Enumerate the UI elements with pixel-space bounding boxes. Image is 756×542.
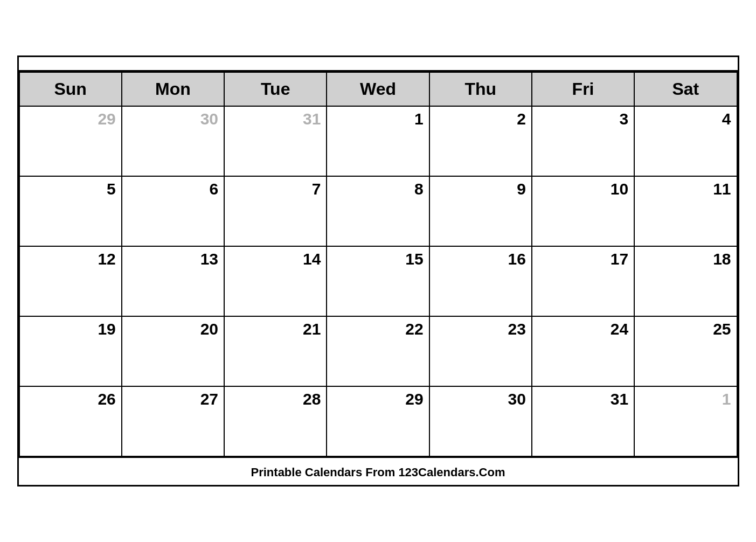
day-number: 1 — [640, 390, 731, 408]
day-number: 15 — [332, 250, 423, 268]
calendar-table: SunMonTueWedThuFriSat 293031123456789101… — [19, 72, 738, 457]
day-number: 16 — [435, 250, 526, 268]
calendar-cell: 28 — [224, 386, 327, 456]
day-header-thu: Thu — [429, 72, 532, 106]
day-number: 31 — [230, 110, 321, 128]
calendar-cell: 2 — [429, 106, 532, 176]
day-header-fri: Fri — [532, 72, 634, 106]
calendar-cell: 15 — [327, 246, 429, 316]
day-number: 31 — [538, 390, 628, 408]
day-number: 17 — [538, 250, 628, 268]
day-number: 6 — [128, 180, 218, 198]
day-number: 10 — [538, 180, 628, 198]
calendar-cell: 3 — [532, 106, 634, 176]
calendar-cell: 29 — [327, 386, 429, 456]
day-header-tue: Tue — [224, 72, 327, 106]
day-number: 18 — [640, 250, 731, 268]
day-number: 11 — [640, 180, 731, 198]
calendar-cell: 6 — [122, 176, 224, 246]
calendar-cell: 4 — [634, 106, 737, 176]
calendar-cell: 5 — [19, 176, 122, 246]
day-header-row: SunMonTueWedThuFriSat — [19, 72, 737, 106]
calendar-cell: 20 — [122, 316, 224, 386]
day-number: 21 — [230, 320, 321, 338]
day-number: 30 — [435, 390, 526, 408]
day-number: 14 — [230, 250, 321, 268]
day-number: 8 — [332, 180, 423, 198]
calendar-cell: 13 — [122, 246, 224, 316]
day-number: 25 — [640, 320, 731, 338]
day-number: 30 — [128, 110, 218, 128]
day-number: 4 — [640, 110, 731, 128]
day-number: 29 — [332, 390, 423, 408]
calendar-cell: 1 — [327, 106, 429, 176]
day-number: 26 — [25, 390, 116, 408]
calendar-cell: 24 — [532, 316, 634, 386]
week-row-5: 2627282930311 — [19, 386, 737, 456]
calendar-cell: 23 — [429, 316, 532, 386]
calendar-cell: 7 — [224, 176, 327, 246]
footer-brand: 123Calendars.Com — [398, 465, 505, 479]
day-number: 29 — [25, 110, 116, 128]
calendar-cell: 30 — [122, 106, 224, 176]
calendar-cell: 30 — [429, 386, 532, 456]
day-number: 24 — [538, 320, 628, 338]
calendar-cell: 19 — [19, 316, 122, 386]
footer-text: Printable Calendars From — [251, 465, 399, 479]
day-number: 5 — [25, 180, 116, 198]
day-number: 19 — [25, 320, 116, 338]
calendar-cell: 17 — [532, 246, 634, 316]
day-number: 1 — [332, 110, 423, 128]
day-number: 27 — [128, 390, 218, 408]
calendar-cell: 11 — [634, 176, 737, 246]
calendar-cell: 1 — [634, 386, 737, 456]
calendar-cell: 10 — [532, 176, 634, 246]
week-row-2: 567891011 — [19, 176, 737, 246]
day-number: 2 — [435, 110, 526, 128]
calendar-cell: 21 — [224, 316, 327, 386]
calendar-cell: 22 — [327, 316, 429, 386]
calendar-title — [19, 57, 738, 72]
day-number: 12 — [25, 250, 116, 268]
day-number: 9 — [435, 180, 526, 198]
day-header-sun: Sun — [19, 72, 122, 106]
calendar-cell: 16 — [429, 246, 532, 316]
calendar-cell: 31 — [532, 386, 634, 456]
calendar-cell: 29 — [19, 106, 122, 176]
day-header-sat: Sat — [634, 72, 737, 106]
calendar-cell: 8 — [327, 176, 429, 246]
day-header-mon: Mon — [122, 72, 224, 106]
day-number: 3 — [538, 110, 628, 128]
day-number: 20 — [128, 320, 218, 338]
calendar-cell: 18 — [634, 246, 737, 316]
calendar-cell: 27 — [122, 386, 224, 456]
calendar-cell: 25 — [634, 316, 737, 386]
day-number: 7 — [230, 180, 321, 198]
day-header-wed: Wed — [327, 72, 429, 106]
day-number: 28 — [230, 390, 321, 408]
calendar-cell: 12 — [19, 246, 122, 316]
calendar-cell: 26 — [19, 386, 122, 456]
calendar-footer: Printable Calendars From 123Calendars.Co… — [19, 457, 738, 485]
week-row-1: 2930311234 — [19, 106, 737, 176]
calendar-cell: 31 — [224, 106, 327, 176]
week-row-4: 19202122232425 — [19, 316, 737, 386]
day-number: 22 — [332, 320, 423, 338]
day-number: 13 — [128, 250, 218, 268]
day-number: 23 — [435, 320, 526, 338]
week-row-3: 12131415161718 — [19, 246, 737, 316]
calendar-cell: 14 — [224, 246, 327, 316]
calendar-cell: 9 — [429, 176, 532, 246]
calendar-container: SunMonTueWedThuFriSat 293031123456789101… — [17, 55, 739, 487]
